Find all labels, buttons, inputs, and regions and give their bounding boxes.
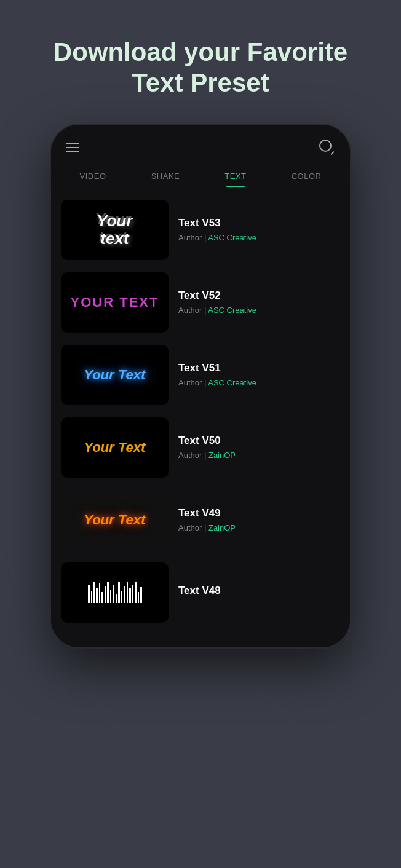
list-item[interactable]: YOUR TEXT Text V52 Author | ASC Creative — [61, 266, 340, 339]
preset-thumbnail-v52: YOUR TEXT — [61, 272, 169, 333]
tabs-bar: VIDEO SHAKE TEXT COLOR — [51, 165, 350, 187]
preset-thumbnail-v50: Your Text — [61, 417, 169, 478]
preset-author: Author | ASC Creative — [178, 233, 340, 242]
preset-thumbnail-v51: Your Text — [61, 345, 169, 405]
hero-title: Download your Favorite Text Preset — [25, 37, 376, 99]
tab-video[interactable]: VIDEO — [71, 165, 115, 187]
tab-shake[interactable]: SHAKE — [143, 165, 189, 187]
preset-author: Author | ZainOP — [178, 451, 340, 460]
preset-name: Text V53 — [178, 217, 340, 229]
hamburger-menu-button[interactable] — [66, 143, 79, 152]
preset-author: Author | ASC Creative — [178, 378, 340, 387]
preset-info-v53: Text V53 Author | ASC Creative — [178, 217, 340, 242]
preset-name: Text V48 — [178, 585, 340, 597]
preset-author: Author | ASC Creative — [178, 306, 340, 315]
top-bar — [51, 125, 350, 165]
preset-thumbnail-v53: Yourtext — [61, 200, 169, 260]
list-item[interactable]: Your Text Text V49 Author | ZainOP — [61, 484, 340, 556]
search-button[interactable] — [319, 140, 335, 156]
preset-name: Text V49 — [178, 507, 340, 519]
preset-name: Text V51 — [178, 362, 340, 374]
preset-name: Text V50 — [178, 435, 340, 447]
preset-author: Author | ZainOP — [178, 523, 340, 532]
preset-info-v52: Text V52 Author | ASC Creative — [178, 290, 340, 315]
tab-text[interactable]: TEXT — [216, 165, 255, 187]
list-item[interactable]: Yourtext Text V53 Author | ASC Creative — [61, 194, 340, 266]
list-item[interactable]: Text V48 — [61, 556, 340, 629]
svg-line-4 — [246, 676, 400, 830]
preset-thumbnail-v48 — [61, 562, 169, 623]
preset-name: Text V52 — [178, 290, 340, 302]
preset-list: Yourtext Text V53 Author | ASC Creative … — [51, 187, 350, 635]
phone-frame: VIDEO SHAKE TEXT COLOR Yourtext Text V53… — [50, 124, 351, 649]
preset-info-v48: Text V48 — [178, 585, 340, 601]
tab-color[interactable]: COLOR — [283, 165, 330, 187]
preset-info-v51: Text V51 Author | ASC Creative — [178, 362, 340, 387]
preset-thumbnail-v49: Your Text — [61, 490, 169, 550]
hero-section: Download your Favorite Text Preset — [0, 0, 401, 124]
preset-info-v50: Text V50 Author | ZainOP — [178, 435, 340, 460]
preset-info-v49: Text V49 Author | ZainOP — [178, 507, 340, 532]
list-item[interactable]: Your Text Text V50 Author | ZainOP — [61, 411, 340, 484]
list-item[interactable]: Your Text Text V51 Author | ASC Creative — [61, 339, 340, 411]
